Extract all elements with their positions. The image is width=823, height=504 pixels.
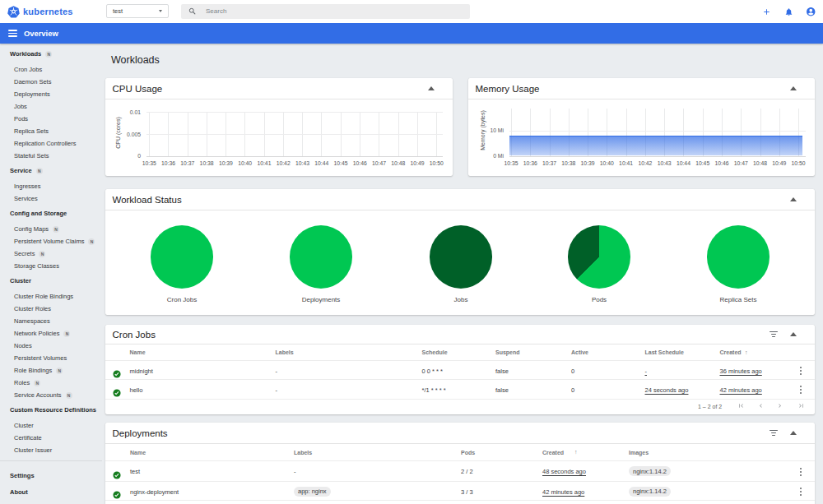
menu-icon[interactable]	[8, 30, 17, 37]
column-header-images[interactable]: Images	[629, 450, 649, 455]
brand-wordmark: kubernetes	[23, 7, 73, 16]
sidebar-item-custom-resource-definitions[interactable]: Custom Resource Definitions	[0, 404, 102, 416]
x-axis-ticks: 10:3510:3610:3710:3810:3910:4010:4110:42…	[140, 160, 446, 166]
sidebar-item-persistent-volume-claims[interactable]: Persistent Volume ClaimsN	[0, 235, 102, 247]
namespaced-badge: N	[56, 368, 63, 374]
cronjob-link[interactable]: midnight	[130, 368, 153, 375]
sort-asc-icon[interactable]: ↑	[574, 449, 578, 455]
sidebar-item-about[interactable]: About	[0, 486, 102, 498]
sidebar-item-service-accounts[interactable]: Service AccountsN	[0, 389, 102, 401]
y-axis-label: CPU (cores)	[115, 104, 121, 162]
column-header-last-schedule[interactable]: Last Schedule	[645, 349, 684, 355]
namespaced-badge: N	[36, 168, 43, 174]
collapse-icon[interactable]	[426, 85, 436, 93]
pie-chart	[151, 225, 214, 289]
image-chip: nginx:1.14.2	[629, 487, 671, 497]
status-ok-icon	[113, 386, 121, 400]
sidebar-item-pods[interactable]: Pods	[0, 113, 102, 125]
deployment-link[interactable]: nginx-deployment	[130, 488, 179, 496]
sidebar-item-replication-controllers[interactable]: Replication Controllers	[0, 137, 102, 150]
brand[interactable]: kubernetes	[0, 6, 99, 18]
sidebar-item-jobs[interactable]: Jobs	[0, 100, 102, 113]
row-menu-button[interactable]	[797, 467, 805, 477]
cronjob-link[interactable]: hello	[130, 386, 143, 394]
notifications-button[interactable]	[783, 6, 794, 17]
sidebar-item-cluster-roles[interactable]: Cluster Roles	[0, 303, 102, 315]
sidebar-item-network-policies[interactable]: Network PoliciesN	[0, 327, 102, 340]
sidebar-item-cluster-issuer[interactable]: Cluster Issuer	[0, 444, 102, 456]
first-page-icon[interactable]	[736, 402, 746, 412]
row-menu-button[interactable]	[797, 385, 805, 395]
sidebar-item-stateful-sets[interactable]: Stateful Sets	[0, 150, 102, 162]
row-menu-button[interactable]	[797, 487, 805, 497]
column-header-active[interactable]: Active	[571, 349, 588, 355]
cell-labels: -	[276, 386, 278, 394]
sort-asc-icon[interactable]: ↑	[745, 349, 748, 355]
column-header-suspend[interactable]: Suspend	[495, 349, 520, 355]
deployment-link[interactable]: test	[130, 468, 140, 475]
sidebar-item-services[interactable]: Services	[0, 192, 102, 205]
filter-icon[interactable]	[769, 428, 779, 438]
sidebar-item-role-bindings[interactable]: Role BindingsN	[0, 364, 102, 377]
sidebar-item-crd-cluster[interactable]: Cluster	[0, 419, 102, 432]
sidebar-item-daemon-sets[interactable]: Daemon Sets	[0, 76, 102, 88]
sidebar-item-nodes[interactable]: Nodes	[0, 340, 102, 352]
create-button[interactable]	[760, 6, 772, 17]
main-content: Workloads CPU Usage 0 0.005 0.01 CPU (co…	[102, 44, 823, 504]
sidebar-item-roles[interactable]: RolesN	[0, 377, 102, 389]
sidebar-item-replica-sets[interactable]: Replica Sets	[0, 125, 102, 137]
deployments-card-header: Deployments	[105, 423, 815, 444]
column-header-created[interactable]: Created	[720, 349, 742, 355]
sidebar-item-storage-classes[interactable]: Storage Classes	[0, 260, 102, 272]
column-header-labels[interactable]: Labels	[294, 450, 312, 455]
column-header-pods[interactable]: Pods	[461, 450, 475, 455]
memory-usage-card: Memory Usage 0 Mi 10 Mi Memory (bytes) 1…	[468, 78, 815, 176]
search-input[interactable]	[206, 7, 412, 15]
namespace-selector[interactable]: test	[106, 4, 169, 18]
column-header-name[interactable]: Name	[130, 450, 146, 455]
namespace-value: test	[113, 7, 123, 15]
pie-chart	[430, 225, 493, 289]
sidebar-item-service[interactable]: ServiceN	[0, 164, 102, 177]
column-header-created[interactable]: Created	[542, 450, 564, 455]
sidebar-item-ingresses[interactable]: Ingresses	[0, 180, 102, 192]
sidebar-item-config-maps[interactable]: Config MapsN	[0, 223, 102, 235]
sidebar-item-cluster-role-bindings[interactable]: Cluster Role Bindings	[0, 290, 102, 303]
sidebar-item-secrets[interactable]: SecretsN	[0, 247, 102, 260]
collapse-icon[interactable]	[788, 85, 798, 93]
column-header-labels[interactable]: Labels	[276, 349, 294, 355]
column-header-name[interactable]: Name	[130, 349, 146, 355]
sidebar-item-cluster[interactable]: Cluster	[0, 275, 102, 287]
top-app-bar: kubernetes test	[0, 0, 823, 23]
previous-page-icon[interactable]	[756, 402, 765, 412]
row-menu-button[interactable]	[797, 366, 805, 376]
sidebar-item-namespaces[interactable]: Namespaces	[0, 315, 102, 327]
sidebar-item-deployments[interactable]: Deployments	[0, 88, 102, 100]
deployments-card: Deployments Name Labels Pods Created ↑ I…	[105, 423, 815, 504]
next-page-icon[interactable]	[774, 402, 784, 412]
pagination-range-label: 1 – 2 of 2	[698, 404, 722, 409]
sidebar-item-persistent-volumes[interactable]: Persistent Volumes	[0, 352, 102, 364]
collapse-icon[interactable]	[788, 429, 798, 437]
sidebar-item-workloads[interactable]: WorkloadsN	[0, 48, 102, 60]
sidebar-item-config-and-storage[interactable]: Config and Storage	[0, 207, 102, 220]
namespaced-badge: N	[63, 331, 70, 337]
pie-deployments: Deployments	[251, 211, 391, 303]
collapse-icon[interactable]	[788, 196, 798, 204]
search-box[interactable]	[181, 4, 470, 19]
sidebar-item-settings[interactable]: Settings	[0, 469, 102, 482]
content-heading: Workloads	[111, 54, 160, 66]
column-header-schedule[interactable]: Schedule	[422, 349, 448, 355]
deployments-table-header: Name Labels Pods Created ↑ Images	[105, 444, 815, 461]
last-page-icon[interactable]	[796, 402, 806, 412]
filter-icon[interactable]	[769, 330, 779, 340]
user-menu-button[interactable]	[805, 6, 816, 17]
collapse-icon[interactable]	[788, 331, 798, 339]
image-chip: nginx:1.14.2	[629, 466, 671, 476]
workload-status-card: Workload Status Cron Jobs Deployments Jo…	[105, 189, 815, 315]
sidebar-item-cron-jobs[interactable]: Cron Jobs	[0, 63, 102, 76]
table-row: hello - */1 * * * * false 0 24 seconds a…	[105, 380, 815, 400]
namespaced-badge: N	[66, 392, 72, 399]
sidebar-item-certificate[interactable]: Certificate	[0, 432, 102, 444]
label-chip: app: nginx	[294, 487, 331, 497]
